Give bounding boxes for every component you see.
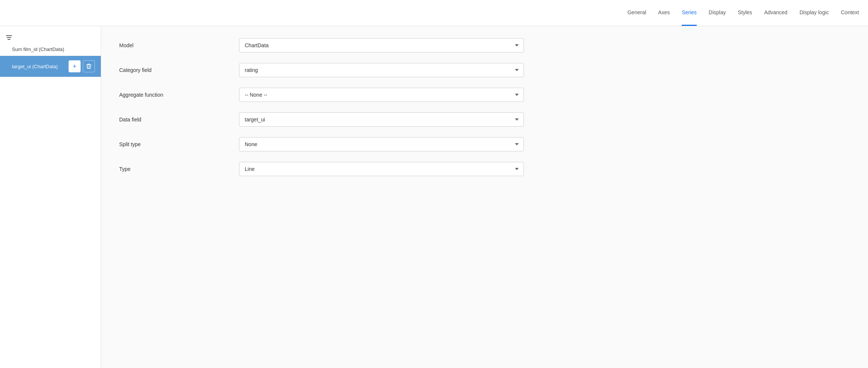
filter-icon[interactable] (6, 35, 12, 40)
form-fields: ModelChartDataCategory fieldratingAggreg… (119, 38, 850, 176)
label-aggregate-function: Aggregate function (119, 92, 239, 98)
label-model: Model (119, 42, 239, 48)
select-wrapper-model: ChartData (239, 38, 524, 52)
select-type[interactable]: Line (239, 162, 524, 176)
form-row-model: ModelChartData (119, 38, 850, 52)
select-split-type[interactable]: None (239, 137, 524, 151)
control-type: Line (239, 162, 524, 176)
body: Sum film_id (ChartData) target_ui (Chart… (0, 26, 868, 368)
tab-display-logic[interactable]: Display logic (799, 0, 829, 26)
form-row-type: TypeLine (119, 162, 850, 176)
series-item-sum-film[interactable]: Sum film_id (ChartData) (0, 43, 101, 56)
control-category-field: rating (239, 63, 524, 77)
form-row-data-field: Data fieldtarget_ui (119, 112, 850, 127)
sidebar: Sum film_id (ChartData) target_ui (Chart… (0, 26, 101, 368)
control-split-type: None (239, 137, 524, 151)
header: GeneralAxesSeriesDisplayStylesAdvancedDi… (0, 0, 868, 26)
label-split-type: Split type (119, 141, 239, 147)
label-type: Type (119, 166, 239, 172)
tab-styles[interactable]: Styles (738, 0, 752, 26)
control-aggregate-function: -- None -- (239, 88, 524, 102)
form-row-aggregate-function: Aggregate function-- None -- (119, 88, 850, 102)
select-aggregate-function[interactable]: -- None -- (239, 88, 524, 102)
tab-nav: GeneralAxesSeriesDisplayStylesAdvancedDi… (627, 0, 859, 26)
series-item-target-ui[interactable]: target_ui (ChartData) + (0, 56, 101, 77)
select-model[interactable]: ChartData (239, 38, 524, 52)
form-row-category-field: Category fieldrating (119, 63, 850, 77)
control-model: ChartData (239, 38, 524, 52)
series-actions: + (69, 60, 95, 72)
tab-general[interactable]: General (627, 0, 646, 26)
select-wrapper-split-type: None (239, 137, 524, 151)
sidebar-items: Sum film_id (ChartData) target_ui (Chart… (0, 43, 101, 77)
main-content: ModelChartDataCategory fieldratingAggreg… (101, 26, 868, 368)
select-data-field[interactable]: target_ui (239, 112, 524, 127)
add-series-button[interactable]: + (69, 60, 81, 72)
tab-axes[interactable]: Axes (658, 0, 670, 26)
delete-series-button[interactable] (83, 60, 95, 72)
select-wrapper-type: Line (239, 162, 524, 176)
tab-display[interactable]: Display (709, 0, 726, 26)
label-data-field: Data field (119, 117, 239, 123)
sidebar-header (0, 32, 101, 43)
select-wrapper-data-field: target_ui (239, 112, 524, 127)
tab-advanced[interactable]: Advanced (764, 0, 787, 26)
tab-series[interactable]: Series (682, 0, 697, 26)
label-category-field: Category field (119, 67, 239, 73)
select-category-field[interactable]: rating (239, 63, 524, 77)
app-container: GeneralAxesSeriesDisplayStylesAdvancedDi… (0, 0, 868, 368)
form-row-split-type: Split typeNone (119, 137, 850, 151)
tab-context[interactable]: Context (841, 0, 859, 26)
select-wrapper-aggregate-function: -- None -- (239, 88, 524, 102)
control-data-field: target_ui (239, 112, 524, 127)
select-wrapper-category-field: rating (239, 63, 524, 77)
series-item-label: target_ui (ChartData) (12, 64, 58, 69)
